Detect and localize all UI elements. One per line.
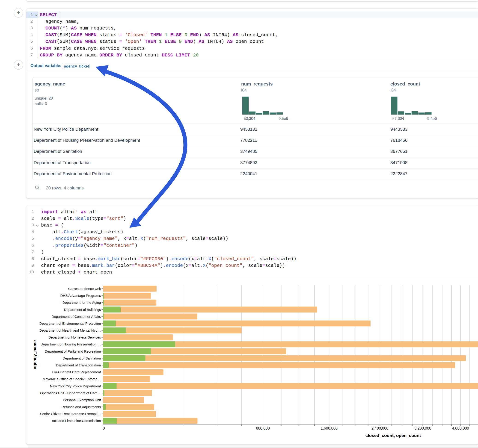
svg-text:DHS Advantage Programs: DHS Advantage Programs [60,294,101,298]
svg-text:Senior Citizen Rent Increase E: Senior Citizen Rent Increase Exempti… [40,412,101,416]
svg-text:Department of Housing Preserva: Department of Housing Preservation … [41,342,101,346]
svg-text:4,000,000: 4,000,000 [452,426,469,430]
svg-text:800,000: 800,000 [256,426,270,430]
svg-text:Department of Health and Menta: Department of Health and Mental Hyg… [39,328,101,332]
svg-text:3,200,000: 3,200,000 [414,426,431,430]
svg-text:Refunds and Adjustments: Refunds and Adjustments [62,405,101,409]
svg-text:HRA Benefit Card Replacement: HRA Benefit Card Replacement [52,370,101,374]
svg-text:Department of Environmental Pr: Department of Environmental Protection [39,322,101,325]
svg-text:Taxi and Limousine Commission: Taxi and Limousine Commission [51,419,101,423]
svg-text:0: 0 [103,426,105,430]
svg-text:Mayorâ€ s Office of Special En: Mayorâ€ s Office of Special Enforce… [43,377,101,381]
svg-text:Department of Consumer Affairs: Department of Consumer Affairs [52,315,101,318]
svg-text:Correspondence Unit: Correspondence Unit [68,287,101,291]
svg-text:agency_name: agency_name [32,340,37,369]
svg-text:2,400,000: 2,400,000 [371,426,388,430]
svg-text:Operations Unit - Department o: Operations Unit - Department of Hom… [40,391,101,395]
svg-text:1,600,000: 1,600,000 [321,426,338,430]
svg-text:Department of Transportation: Department of Transportation [56,363,101,367]
svg-text:closed_count, open_count: closed_count, open_count [365,433,421,438]
svg-text:Department for the Aging: Department for the Aging [63,300,101,305]
svg-text:Department of Buildings: Department of Buildings [64,308,101,311]
svg-text:Department of Sanitation: Department of Sanitation [63,356,101,360]
svg-text:Personal Exemption Unit: Personal Exemption Unit [63,398,101,402]
svg-text:New York City Police Departmen: New York City Police Department [50,384,101,388]
svg-text:Department of Parks and Recrea: Department of Parks and Recreation [45,349,101,353]
svg-text:Department of Homeless Service: Department of Homeless Services [48,335,101,339]
